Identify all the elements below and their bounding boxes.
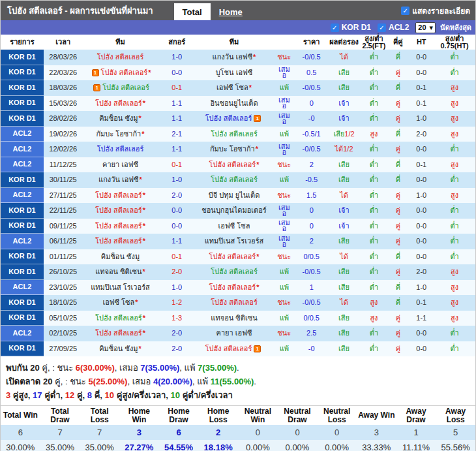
odd-even-cell: คู่ <box>387 234 409 249</box>
price-cell: -0/0.5 <box>296 142 327 157</box>
date-cell: 27/09/25 <box>44 341 83 357</box>
summary-segment: 7(35.00%) <box>140 363 179 373</box>
match-row: KOR D122/03/261โปฮัง สตีลเลอร์*0-0บูโชน … <box>1 65 475 81</box>
summary-segment: 11(55.00%) <box>211 377 254 386</box>
home-team-cell: กัมบะ โอซาก้า* <box>83 127 158 142</box>
away-team-cell: โปฮัง สตีลเลอร์ <box>196 172 273 188</box>
over-under-ft-cell: ต่ำ <box>361 80 387 96</box>
odd-even-cell: คี่ <box>387 172 409 188</box>
summary-segment: , แพ้ <box>179 363 198 373</box>
result-cell: ชนะ <box>273 326 296 341</box>
score-cell: 0-0 <box>158 203 196 219</box>
result-value: ชนะ <box>277 162 291 168</box>
result-value: เสมอ <box>276 205 292 217</box>
summary-segment: คู่ต่ำ, <box>42 390 65 400</box>
favorite-star-icon: * <box>256 253 259 260</box>
match-row: ACL227/11/25โปฮัง สตีลเลอร์*2-0บีจี ปทุม… <box>1 188 475 204</box>
match-row: KOR D130/11/25แกงวัน เอฟซี*1-0โปฮัง สตีล… <box>1 172 475 188</box>
date-cell: 02/10/25 <box>44 326 83 341</box>
handicap-part: ได้ <box>340 253 348 260</box>
date-cell: 28/03/26 <box>44 50 83 65</box>
match-row: KOR D101/11/25คิมช็อน ซังมู0-1โปฮัง สตีล… <box>1 249 475 265</box>
home-team-cell: โปฮัง สตีลเลอร์ <box>83 50 158 65</box>
stats-header-cell: Neutral Loss <box>317 406 357 425</box>
over-under-ft-cell: ต่ำ <box>361 264 387 280</box>
match-row: ACL212/02/26โปฮัง สตีลเลอร์1-1กัมบะ โอซา… <box>1 142 475 157</box>
stats-count-cell: 0 <box>278 425 318 440</box>
handicap-result-cell: ได้ <box>327 188 361 204</box>
show-details-control[interactable]: ✓ แสดงรายละเอียด <box>401 1 475 20</box>
stats-header-cell: Home Win <box>119 406 159 425</box>
date-cell: 27/11/25 <box>44 188 83 204</box>
summary-segment: คู่สูง, <box>10 390 33 400</box>
tab-total[interactable]: Total <box>174 3 211 20</box>
home-team-cell: 1โปฮัง สตีลเลอร์ <box>83 80 158 96</box>
team-name: โปฮัง สตีลเลอร์ <box>211 131 258 138</box>
summary-segment: 20 <box>43 377 52 386</box>
matches-count-select[interactable]: 20 ▾ <box>415 22 436 33</box>
ht-score-cell: 0-0 <box>409 65 434 81</box>
over-under-ht-cell: สูง <box>434 188 475 204</box>
summary-segment: พบกัน <box>6 363 30 373</box>
date-cell: 06/11/25 <box>44 234 83 249</box>
favorite-star-icon: * <box>141 131 144 138</box>
handicap-part: เจ้า <box>338 100 349 107</box>
price-cell: -0 <box>296 341 327 357</box>
date-cell: 23/10/25 <box>44 280 83 296</box>
over-under-ht-cell: สูง <box>434 157 475 173</box>
league-cell: ACL2 <box>1 157 44 173</box>
league-checkbox-icon[interactable]: ✓ <box>331 23 339 32</box>
result-cell: แพ้ <box>273 80 296 96</box>
summary-segment: 4(20.00%) <box>153 377 192 386</box>
stats-count-cell: 1 <box>396 425 436 440</box>
stats-table: Total WinTotal DrawTotal LossHome WinHom… <box>1 405 475 451</box>
top-bar: โปฮัง สตีลเลอร์ - ผลการแข่งขันที่ผ่านมา … <box>1 1 475 20</box>
summary-segment: , เสมอ <box>127 377 153 386</box>
home-team-cell: คิมช็อน ซังมู <box>83 249 158 265</box>
stats-grid: Total WinTotal DrawTotal LossHome WinHom… <box>1 406 475 451</box>
over-under-ft-cell: สูง <box>361 295 387 311</box>
over-under-ft-cell: ต่ำ <box>361 249 387 265</box>
match-row: ACL219/02/26กัมบะ โอซาก้า*2-1โปฮัง สตีลเ… <box>1 127 475 142</box>
col-result <box>273 35 296 50</box>
handicap-part: ได้ <box>340 54 348 61</box>
league-checkbox-icon[interactable]: ✓ <box>378 23 386 32</box>
odd-even-cell: คู่ <box>387 96 409 112</box>
stats-percent-cell: 33.33% <box>357 440 396 451</box>
result-value: แพ้ <box>280 285 289 290</box>
away-team-cell: คายา เอฟซี <box>196 326 273 341</box>
team-name: โปฮัง สตีลเลอร์ <box>209 284 256 291</box>
over-under-ht-cell: ต่ำ <box>434 249 475 265</box>
home-team-cell: คิมช็อน ซังมู* <box>83 341 158 357</box>
ht-score-cell: 0-1 <box>409 157 434 173</box>
summary-segment: คู่, : ชนะ <box>40 363 76 373</box>
result-value: เสมอ <box>276 144 292 155</box>
show-details-checkbox-icon[interactable]: ✓ <box>401 7 409 15</box>
over-under-ft-cell: ต่ำ <box>361 203 387 219</box>
score-cell: 1-0 <box>158 50 196 65</box>
ht-score-cell: 1-0 <box>409 188 434 204</box>
favorite-star-icon: * <box>143 100 145 107</box>
away-team-cell: อินชอนยูไนเต็ด <box>196 96 273 112</box>
league-filter-kor-d1[interactable]: ✓KOR D1 <box>331 23 373 32</box>
score-cell: 1-0 <box>158 172 196 188</box>
league-filter-acl2[interactable]: ✓ACL2 <box>378 23 411 32</box>
stats-count-cell: 5 <box>436 425 475 440</box>
handicap-result-cell: เสีย <box>327 264 361 280</box>
league-cell: KOR D1 <box>1 249 44 265</box>
match-row: KOR D127/09/25คิมช็อน ซังมู*2-0โปฮัง สตี… <box>1 341 475 357</box>
team-name: เอฟซี โซล <box>218 223 250 230</box>
tab-home[interactable]: Home <box>211 3 251 20</box>
summary-segment: 10 <box>105 390 114 400</box>
handicap-part: เสีย <box>338 84 350 91</box>
team-name: โปฮัง สตีลเลอร์ <box>95 207 142 214</box>
handicap-result-cell: เสีย1/2 <box>327 127 361 142</box>
league-cell: ACL2 <box>1 188 44 204</box>
handicap-result-cell: เจ้า <box>327 96 361 112</box>
team-name: คายา เอฟซี <box>102 161 138 168</box>
team-name: โปฮัง สตีลเลอร์ <box>205 345 252 352</box>
stats-percent-cell: 0.00% <box>317 440 357 451</box>
price-cell: -0/0.5 <box>296 50 327 65</box>
away-team-cell: ชอนบุกฮุนไดมอเตอร์ <box>196 203 273 219</box>
odd-even-cell: คี่ <box>387 127 409 142</box>
